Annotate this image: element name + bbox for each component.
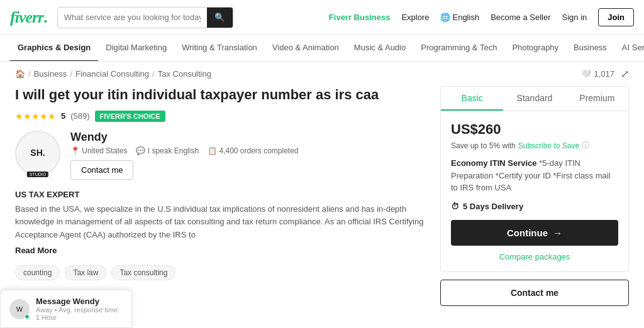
tab-basic[interactable]: Basic [441, 87, 503, 111]
breadcrumb-business[interactable]: Business [34, 69, 67, 79]
star-rating: ★★★★★ [15, 111, 56, 121]
tag-counting[interactable]: counting [15, 265, 60, 280]
save-text: Save up to 5% with [451, 141, 516, 150]
chat-icon: 💬 [136, 146, 145, 155]
category-nav: Graphics & Design Digital Marketing Writ… [0, 35, 644, 62]
tab-premium[interactable]: Premium [566, 87, 628, 111]
nav-links: Fiverr Business Explore 🌐English Become … [329, 8, 634, 26]
search-icon: 🔍 [214, 13, 225, 22]
delivery-row: ⏱ 5 Days Delivery [451, 202, 618, 211]
logo[interactable]: fiverr. [10, 8, 47, 27]
chat-title: Message Wendy [36, 297, 123, 306]
orders-icon: 📋 [208, 146, 217, 155]
breadcrumb-financial[interactable]: Financial Consulting [75, 69, 149, 79]
seller-location: 📍 United States [70, 146, 127, 155]
signin-link[interactable]: Sign in [562, 13, 587, 22]
globe-icon: 🌐 [440, 13, 450, 22]
chat-info: Message Wendy Away • Avg. response time:… [36, 297, 123, 321]
cat-programming[interactable]: Programming & Tech [413, 35, 504, 62]
left-panel: I will get your itin individual taxpayer… [15, 86, 425, 306]
join-button[interactable]: Join [598, 8, 634, 26]
main-content: I will get your itin individual taxpayer… [0, 86, 644, 306]
subscribe-save-link[interactable]: Subscribe to Save [518, 141, 579, 150]
avatar: SH. STUDIO [15, 131, 60, 176]
chat-status: Away • Avg. response time: 1 Hour [36, 306, 123, 321]
cat-music[interactable]: Music & Audio [347, 35, 413, 62]
avatar-initials: SH. [30, 148, 45, 158]
rating-count: (589) [70, 111, 89, 121]
chat-bubble[interactable]: W Message Wendy Away • Avg. response tim… [0, 290, 132, 328]
tags-row: counting Tax law Tax consulting [15, 259, 425, 287]
package-card: Basic Standard Premium US$260 Save up to… [440, 86, 629, 272]
language-link[interactable]: 🌐English [440, 13, 479, 22]
compare-packages-link[interactable]: Compare packages [451, 252, 618, 261]
breadcrumb-current: Tax Consulting [158, 69, 211, 79]
search-bar: 🔍 [57, 7, 233, 28]
like-count: 1,017 [594, 69, 614, 79]
continue-button[interactable]: Continue → [451, 220, 618, 246]
tag-tax-consulting[interactable]: Tax consulting [111, 265, 175, 280]
share-button[interactable]: ⤢ [621, 68, 629, 80]
right-panel: Basic Standard Premium US$260 Save up to… [440, 86, 629, 306]
rating-score: 5 [61, 111, 65, 121]
online-dot [25, 314, 30, 319]
contact-seller-btn-left[interactable]: Contact me [70, 160, 133, 180]
cat-video[interactable]: Video & Animation [265, 35, 347, 62]
header: fiverr. 🔍 Fiverr Business Explore 🌐Engli… [0, 0, 644, 35]
read-more-link[interactable]: Read More [15, 246, 57, 255]
seller-details: Wendy 📍 United States 💬 I speak English … [70, 131, 299, 180]
clock-icon: ⏱ [451, 202, 459, 211]
search-button[interactable]: 🔍 [207, 7, 233, 28]
explore-link[interactable]: Explore [401, 13, 429, 22]
desc-text: Based in the USA, we specialize in the U… [15, 203, 425, 242]
share-icon: ⤢ [621, 68, 629, 79]
cat-writing[interactable]: Writing & Translation [174, 35, 265, 62]
like-button[interactable]: 🤍 1,017 [581, 69, 614, 79]
arrow-icon: → [553, 227, 562, 238]
us-tax-title: US TAX EXPERT [15, 190, 425, 199]
location-icon: 📍 [70, 146, 80, 155]
studio-badge: STUDIO [27, 172, 48, 177]
continue-label: Continue [507, 227, 548, 238]
cat-photography[interactable]: Photography [504, 35, 566, 62]
seller-row: SH. STUDIO Wendy 📍 United States 💬 I spe… [15, 131, 425, 180]
seller-language: 💬 I speak English [136, 146, 199, 155]
breadcrumb-sep-1: / [28, 69, 31, 79]
heart-icon: 🤍 [581, 69, 591, 79]
delivery-days: 5 Days Delivery [463, 202, 523, 211]
package-tabs: Basic Standard Premium [441, 87, 628, 111]
seller-meta: 📍 United States 💬 I speak English 📋 4,40… [70, 146, 299, 155]
fiverr-choice-badge: FIVERR'S CHOICE [95, 111, 165, 122]
rating-row: ★★★★★ 5 (589) FIVERR'S CHOICE [15, 111, 425, 122]
save-row: Save up to 5% with Subscribe to Save ⓘ [451, 140, 618, 151]
search-input[interactable] [58, 13, 207, 22]
breadcrumb-sep-3: / [152, 69, 155, 79]
tab-standard[interactable]: Standard [503, 87, 565, 111]
cat-ai[interactable]: AI Services [614, 35, 644, 62]
breadcrumb: 🏠 / Business / Financial Consulting / Ta… [0, 62, 644, 86]
breadcrumb-sep-2: / [70, 69, 72, 79]
gig-title: I will get your itin individual taxpayer… [15, 86, 425, 104]
package-price: US$260 [451, 121, 618, 138]
away-status: Away [36, 306, 53, 314]
contact-seller-button[interactable]: Contact me [440, 280, 629, 306]
chat-avatar: W [9, 299, 30, 319]
description-section: US TAX EXPERT Based in the USA, we speci… [15, 190, 425, 255]
cat-graphics[interactable]: Graphics & Design [10, 35, 98, 62]
service-info: Economy ITIN Service *5-day ITIN Prepara… [451, 157, 618, 194]
service-title: Economy ITIN Service [451, 158, 537, 168]
cat-digital[interactable]: Digital Marketing [98, 35, 174, 62]
become-seller-link[interactable]: Become a Seller [491, 13, 550, 22]
info-icon: ⓘ [582, 140, 589, 151]
seller-orders: 📋 4,400 orders completed [208, 146, 298, 155]
cat-business[interactable]: Business [566, 35, 614, 62]
seller-name[interactable]: Wendy [70, 131, 299, 144]
tag-tax-law[interactable]: Tax law [65, 265, 106, 280]
home-icon[interactable]: 🏠 [15, 69, 25, 79]
fiverr-business-link[interactable]: Fiverr Business [329, 13, 391, 22]
